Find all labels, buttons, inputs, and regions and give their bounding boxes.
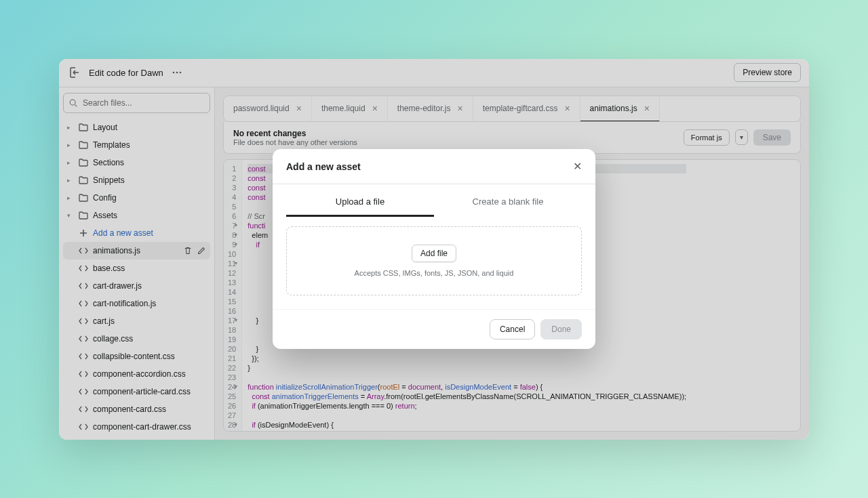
close-icon[interactable]: ✕ — [573, 160, 582, 173]
modal-overlay[interactable]: Add a new asset ✕ Upload a file Create a… — [59, 59, 809, 440]
tab-upload-file[interactable]: Upload a file — [286, 188, 434, 217]
tab-create-blank[interactable]: Create a blank file — [434, 188, 582, 217]
cancel-button[interactable]: Cancel — [490, 319, 535, 339]
done-button: Done — [540, 319, 582, 339]
editor-window: Edit code for Dawn Preview store ▸Layout… — [59, 59, 809, 440]
add-file-button[interactable]: Add file — [412, 245, 456, 262]
add-asset-modal: Add a new asset ✕ Upload a file Create a… — [273, 149, 595, 349]
file-dropzone[interactable]: Add file Accepts CSS, IMGs, fonts, JS, J… — [286, 226, 582, 295]
modal-title: Add a new asset — [286, 161, 361, 172]
dropzone-hint: Accepts CSS, IMGs, fonts, JS, JSON, and … — [295, 269, 573, 277]
